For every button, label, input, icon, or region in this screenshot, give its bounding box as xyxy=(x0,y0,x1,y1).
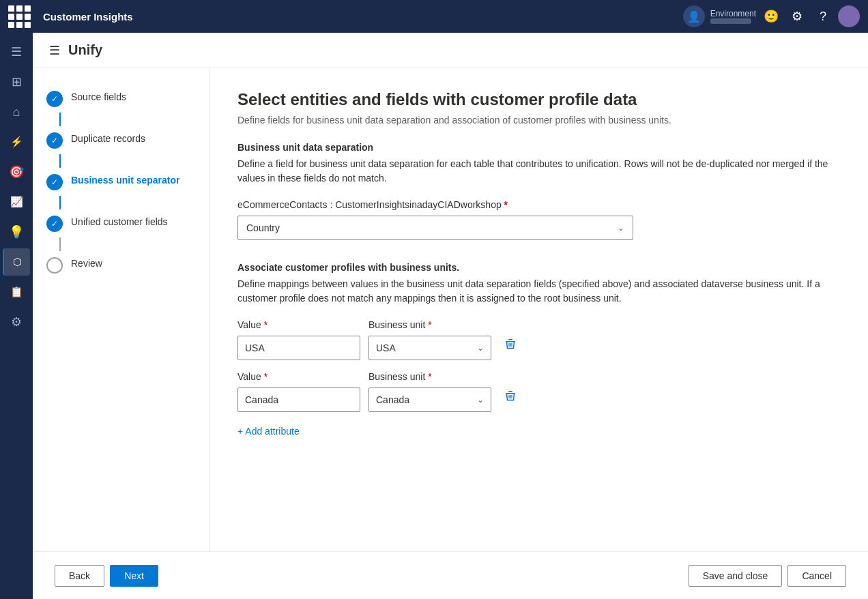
sidebar-item-settings[interactable]: ⚙ xyxy=(3,308,30,336)
value-label-2: Value * xyxy=(237,371,360,382)
mapping-row-1: Value * Business unit * USA xyxy=(237,319,841,360)
save-close-button[interactable]: Save and close xyxy=(689,565,783,587)
sidebar-item-analytics[interactable]: ⚡ xyxy=(3,128,30,156)
gear-icon[interactable]: ⚙ xyxy=(786,5,808,27)
avatar[interactable] xyxy=(838,5,860,27)
value-label-1: Value * xyxy=(237,319,360,330)
apps-icon[interactable] xyxy=(8,5,31,28)
sidebar-item-data[interactable]: ⬡ xyxy=(3,248,30,276)
page-header: ☰ Unify xyxy=(33,33,868,68)
environment-info: Environment xyxy=(710,9,756,24)
associate-section-title: Associate customer profiles with busines… xyxy=(237,262,841,273)
value-col-1: Value * xyxy=(237,319,360,360)
step-unified-customer[interactable]: ✓ Unified customer fields xyxy=(44,209,199,237)
add-attribute-button[interactable]: + Add attribute xyxy=(237,423,841,439)
value-col-2: Value * xyxy=(237,371,360,412)
step-circle-unified: ✓ xyxy=(46,216,63,232)
bottom-right-actions: Save and close Cancel xyxy=(689,565,846,587)
step-circle-review xyxy=(46,257,63,274)
step-label-review: Review xyxy=(71,257,102,269)
business-unit-col-2: Business unit * Canada ⌄ xyxy=(368,371,491,412)
business-unit-dropdown-chevron-2: ⌄ xyxy=(477,395,484,405)
sidebar-item-home[interactable]: ⌂ xyxy=(3,98,30,126)
step-circle-business: ✓ xyxy=(46,174,63,190)
business-unit-label-1: Business unit * xyxy=(368,319,491,330)
required-marker-1: * xyxy=(504,199,508,210)
value-input-1[interactable] xyxy=(237,336,360,360)
bottom-bar: Back Next Save and close Cancel xyxy=(33,551,868,599)
delete-row-2-button[interactable] xyxy=(500,383,521,408)
step-connector-4 xyxy=(59,237,61,251)
step-label-unified: Unified customer fields xyxy=(71,215,168,227)
business-unit-dropdown-2[interactable]: Canada ⌄ xyxy=(368,388,491,412)
business-unit-section-title: Business unit data separation xyxy=(237,142,841,153)
business-unit-col-1: Business unit * USA ⌄ xyxy=(368,319,491,360)
hamburger-icon[interactable]: ☰ xyxy=(49,43,60,58)
business-unit-dropdown-value-1: USA xyxy=(376,342,396,353)
business-unit-dropdown-value-2: Canada xyxy=(376,394,409,405)
sidebar-item-bulb[interactable]: 💡 xyxy=(3,218,30,246)
step-connector-2 xyxy=(59,154,61,168)
page-title: Unify xyxy=(68,42,102,58)
content-title: Select entities and fields with customer… xyxy=(237,90,841,109)
step-circle-source: ✓ xyxy=(46,91,63,107)
value-input-2[interactable] xyxy=(237,388,360,412)
emoji-icon[interactable]: 🙂 xyxy=(760,5,782,27)
step-label-business: Business unit separator xyxy=(71,173,180,186)
delete-row-1-button[interactable] xyxy=(500,332,521,356)
environment-value-blur xyxy=(710,18,751,24)
step-label-duplicate: Duplicate records xyxy=(71,132,145,144)
business-unit-section: Business unit data separation Define a f… xyxy=(237,142,841,240)
sidebar-item-chart[interactable]: 📈 xyxy=(3,188,30,216)
environment-label: Environment xyxy=(710,9,756,18)
main-content: Select entities and fields with customer… xyxy=(210,68,868,551)
sidebar-item-report[interactable]: 📋 xyxy=(3,278,30,306)
business-unit-dropdown-1[interactable]: USA ⌄ xyxy=(368,336,491,360)
next-button[interactable]: Next xyxy=(110,565,158,587)
add-attribute-label: + Add attribute xyxy=(237,426,300,437)
back-button[interactable]: Back xyxy=(55,565,104,587)
step-connector-1 xyxy=(59,113,61,126)
svg-rect-1 xyxy=(508,339,512,340)
dropdown-field-label: eCommerceContacts : CustomerInsightsinad… xyxy=(237,199,841,210)
content-subtitle: Define fields for business unit data sep… xyxy=(237,115,841,126)
sidebar-item-menu[interactable]: ☰ xyxy=(3,38,30,65)
step-duplicate-records[interactable]: ✓ Duplicate records xyxy=(44,126,199,154)
step-source-fields[interactable]: ✓ Source fields xyxy=(44,85,199,113)
associate-section-desc: Define mappings between values in the bu… xyxy=(237,277,841,306)
app-title: Customer Insights xyxy=(43,11,675,23)
environment-selector[interactable]: 👤 Environment xyxy=(683,5,756,27)
topnav-right: 👤 Environment 🙂 ⚙ ? xyxy=(683,5,860,27)
top-navigation: Customer Insights 👤 Environment 🙂 ⚙ ? xyxy=(0,0,868,33)
step-label-source: Source fields xyxy=(71,90,126,102)
environment-icon: 👤 xyxy=(683,5,705,27)
country-dropdown[interactable]: Country ⌄ xyxy=(237,216,633,240)
icon-sidebar: ☰ ⊞ ⌂ ⚡ 🎯 📈 💡 ⬡ 📋 ⚙ xyxy=(0,33,33,599)
step-connector-3 xyxy=(59,196,61,209)
steps-sidebar: ✓ Source fields ✓ Duplicate records ✓ Bu… xyxy=(33,68,210,551)
mapping-row-2: Value * Business unit * Canada xyxy=(237,371,841,412)
bottom-left-actions: Back Next xyxy=(55,565,158,587)
country-dropdown-chevron: ⌄ xyxy=(618,223,624,233)
country-dropdown-value: Country xyxy=(246,222,280,233)
business-unit-section-desc: Define a field for business unit data se… xyxy=(237,157,841,186)
svg-rect-6 xyxy=(508,391,512,392)
step-circle-duplicate: ✓ xyxy=(46,132,63,149)
step-business-unit[interactable]: ✓ Business unit separator xyxy=(44,168,199,196)
business-unit-dropdown-chevron-1: ⌄ xyxy=(477,343,484,353)
sidebar-item-insights[interactable]: 🎯 xyxy=(3,158,30,186)
business-unit-label-2: Business unit * xyxy=(368,371,491,382)
help-icon[interactable]: ? xyxy=(812,5,834,27)
step-review[interactable]: Review xyxy=(44,251,199,279)
sidebar-item-dashboard[interactable]: ⊞ xyxy=(3,68,30,96)
cancel-button[interactable]: Cancel xyxy=(787,565,846,587)
associate-section: Associate customer profiles with busines… xyxy=(237,262,841,439)
